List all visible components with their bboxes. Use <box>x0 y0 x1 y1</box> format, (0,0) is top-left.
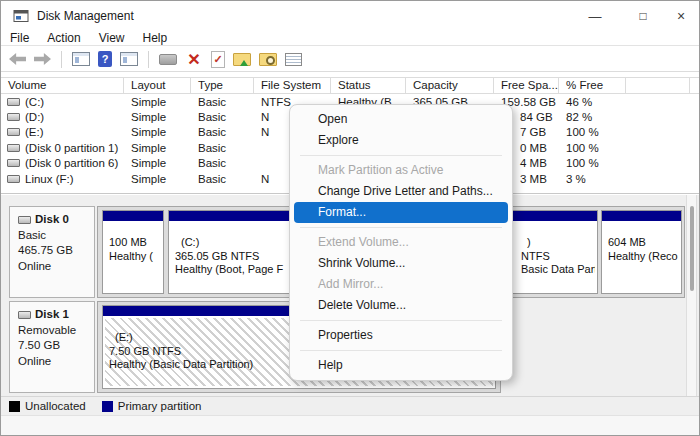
volume-label: (Disk 0 partition 6) <box>25 157 118 169</box>
column-header-free-spa-[interactable]: Free Spa... <box>494 78 559 93</box>
toolbar: ?✕✓ <box>1 47 699 72</box>
legend-swatch <box>102 401 113 412</box>
volume-icon <box>7 128 20 136</box>
menu-separator <box>300 155 502 156</box>
menu-item-extend-volume-[interactable]: Extend Volume... <box>294 232 508 253</box>
minimize-button[interactable]: — <box>579 2 611 30</box>
menu-item-explore[interactable]: Explore <box>294 130 508 151</box>
cell-pct_free: 82 % <box>559 111 626 123</box>
partition-line2: NTFS <box>521 250 595 264</box>
menu-help[interactable]: Help <box>142 31 177 45</box>
disk-icon <box>18 216 31 224</box>
menu-action[interactable]: Action <box>46 31 89 45</box>
scrollbar-thumb[interactable] <box>690 206 694 291</box>
disk-label[interactable]: Disk 1Removable7.50 GBOnline <box>9 301 95 393</box>
menu-item-format-[interactable]: Format... <box>294 202 508 223</box>
disk-kind: Removable <box>18 323 94 339</box>
cell-volume: (Disk 0 partition 1) <box>1 142 124 154</box>
column-header-blank[interactable] <box>626 78 690 93</box>
delete-volume-icon[interactable]: ✕ <box>185 50 203 68</box>
cell-layout: Simple <box>124 173 191 185</box>
menu-separator <box>300 320 502 321</box>
column-header-file-system[interactable]: File System <box>254 78 331 93</box>
back-icon[interactable] <box>9 53 26 65</box>
column-header-layout[interactable]: Layout <box>124 78 191 93</box>
show-console-tree-icon[interactable] <box>72 52 90 66</box>
maximize-button[interactable]: □ <box>627 2 659 30</box>
menu-item-open[interactable]: Open <box>294 109 508 130</box>
explore-folder-icon[interactable] <box>259 53 277 66</box>
cell-type: Basic <box>191 96 254 108</box>
menu-view[interactable]: View <box>98 31 134 45</box>
volume-label: (C:) <box>25 96 44 108</box>
disk-icon <box>18 311 31 319</box>
disk-management-window: Disk Management — □ × FileActionViewHelp… <box>0 0 700 436</box>
cell-volume: Linux (F:) <box>1 173 124 185</box>
volume-list-header: VolumeLayoutTypeFile SystemStatusCapacit… <box>1 77 699 94</box>
cell-volume: (C:) <box>1 96 124 108</box>
open-folder-icon[interactable] <box>233 53 251 66</box>
cell-pct_free: 100 % <box>559 157 626 169</box>
partition-line2: 100 MB <box>109 236 161 250</box>
status-bar <box>1 415 699 435</box>
legend-label: Unallocated <box>25 400 86 412</box>
cell-layout: Simple <box>124 126 191 138</box>
disk-size: 465.75 GB <box>18 243 94 259</box>
cell-pct_free: 46 % <box>559 96 626 108</box>
partition-block[interactable]: 604 MBHealthy (Reco <box>601 210 682 294</box>
column-header-%-free[interactable]: % Free <box>559 78 626 93</box>
disk-kind: Basic <box>18 228 94 244</box>
cell-type: Basic <box>191 173 254 185</box>
volume-icon <box>7 159 20 167</box>
partition-body: 604 MBHealthy (Reco <box>604 223 679 291</box>
toolbar-separator <box>61 51 62 68</box>
disk-size: 7.50 GB <box>18 338 94 354</box>
volume-icon <box>7 144 20 152</box>
rescan-disks-icon[interactable] <box>159 54 177 65</box>
cell-volume: (Disk 0 partition 6) <box>1 157 124 169</box>
menu-item-help[interactable]: Help <box>294 355 508 376</box>
cell-pct_free: 3 % <box>559 173 626 185</box>
disk-status: Online <box>18 259 94 275</box>
column-header-status[interactable]: Status <box>331 78 406 93</box>
toolbar-separator <box>148 51 149 68</box>
partition-line3: Healthy ( <box>109 250 161 264</box>
menu-item-shrink-volume-[interactable]: Shrink Volume... <box>294 253 508 274</box>
cell-layout: Simple <box>124 96 191 108</box>
cell-layout: Simple <box>124 111 191 123</box>
properties-icon[interactable] <box>285 53 302 66</box>
legend-swatch <box>9 401 20 412</box>
menu-file[interactable]: File <box>9 31 38 45</box>
show-action-pane-icon[interactable] <box>120 52 138 66</box>
help-icon[interactable]: ? <box>98 51 112 67</box>
vertical-scrollbar[interactable] <box>686 195 697 396</box>
disk-label[interactable]: Disk 0Basic465.75 GBOnline <box>9 206 95 298</box>
context-menu: OpenExploreMark Partition as ActiveChang… <box>289 104 513 381</box>
column-header-volume[interactable]: Volume <box>1 78 124 93</box>
menu-item-add-mirror-[interactable]: Add Mirror... <box>294 274 508 295</box>
partition-block[interactable]: 100 MBHealthy ( <box>102 210 164 294</box>
forward-icon[interactable] <box>34 53 51 65</box>
close-button[interactable]: × <box>665 2 697 30</box>
legend-label: Primary partition <box>118 400 202 412</box>
disk-name: Disk 0 <box>18 212 94 228</box>
cell-type: Basic <box>191 157 254 169</box>
window-title: Disk Management <box>37 9 134 23</box>
mark-active-icon[interactable]: ✓ <box>211 51 225 68</box>
disk-name: Disk 1 <box>18 307 94 323</box>
disk-name-text: Disk 0 <box>35 212 69 228</box>
column-header-type[interactable]: Type <box>191 78 254 93</box>
cell-layout: Simple <box>124 142 191 154</box>
title-bar: Disk Management — □ × <box>1 1 699 31</box>
menu-item-delete-volume-[interactable]: Delete Volume... <box>294 295 508 316</box>
partition-color-band <box>103 211 163 221</box>
volume-icon <box>7 98 20 106</box>
cell-layout: Simple <box>124 157 191 169</box>
column-header-capacity[interactable]: Capacity <box>406 78 494 93</box>
volume-icon <box>7 113 20 121</box>
menu-item-properties[interactable]: Properties <box>294 325 508 346</box>
partition-color-band <box>602 211 681 221</box>
cell-volume: (E:) <box>1 126 124 138</box>
menu-item-mark-partition-as-active[interactable]: Mark Partition as Active <box>294 160 508 181</box>
menu-item-change-drive-letter-and-paths-[interactable]: Change Drive Letter and Paths... <box>294 181 508 202</box>
